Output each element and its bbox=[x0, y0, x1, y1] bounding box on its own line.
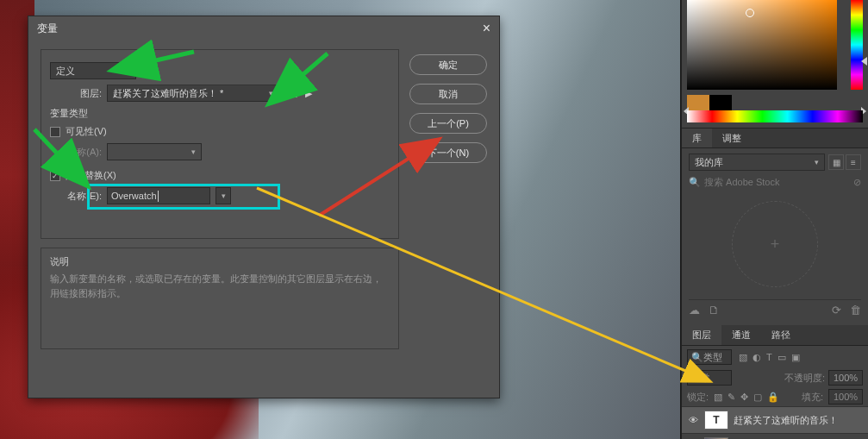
chevron-down-icon: ▾ bbox=[815, 158, 819, 166]
hue-slider[interactable] bbox=[851, 0, 863, 90]
lock-artboard-icon[interactable]: ▢ bbox=[753, 392, 762, 403]
cancel-button[interactable]: 取消 bbox=[409, 84, 487, 104]
grid-view-icon[interactable]: ▦ bbox=[828, 154, 844, 170]
next-layer-arrow[interactable]: ▶ bbox=[305, 88, 312, 99]
filter-type-icon[interactable]: T bbox=[766, 352, 772, 363]
lock-move-icon[interactable]: ✥ bbox=[740, 392, 748, 403]
nameA-select: ▾ bbox=[107, 143, 202, 160]
visibility-label: 可见性(V) bbox=[66, 125, 107, 138]
color-picker-panel bbox=[682, 0, 868, 128]
fill-value[interactable]: 100% bbox=[828, 389, 863, 405]
filter-shape-icon[interactable]: ▭ bbox=[777, 352, 786, 363]
desc-title: 说明 bbox=[50, 255, 390, 268]
layer-value: 赶紧关了这难听的音乐！ * bbox=[113, 87, 223, 100]
list-view-icon[interactable]: ≡ bbox=[846, 154, 861, 170]
layer-row-text[interactable]: 👁 T 赶紧关了这难听的音乐！ bbox=[682, 406, 868, 433]
desc-text: 输入新变量的名称，或选取已存在的变量。此变量控制的其它图层显示在右边，用链接图标… bbox=[50, 272, 390, 300]
ok-button[interactable]: 确定 bbox=[409, 54, 487, 75]
search-placeholder[interactable]: 搜索 Adobe Stock bbox=[704, 176, 850, 189]
chevron-down-icon: ▾ bbox=[126, 66, 130, 75]
chevron-down-icon: ▾ bbox=[191, 147, 196, 156]
layer-select[interactable]: 赶紧关了这难听的音乐！ * ▾ bbox=[107, 85, 279, 102]
filter-pixel-icon[interactable]: ▧ bbox=[739, 352, 747, 363]
dialog-title-text: 变量 bbox=[37, 22, 58, 36]
tab-adjustments[interactable]: 调整 bbox=[712, 129, 752, 147]
foreground-swatch[interactable] bbox=[687, 95, 709, 110]
nameE-label: 名称(E): bbox=[50, 190, 102, 203]
library-dropzone[interactable]: + bbox=[732, 201, 818, 287]
definition-select[interactable]: 定义 ▾ bbox=[50, 62, 136, 79]
lock-trans-icon[interactable]: ▧ bbox=[714, 392, 722, 403]
blend-mode-select[interactable]: 正常 bbox=[687, 370, 732, 386]
variables-dialog: 变量 × 定义 ▾ 图层: 赶紧关了这难听的音乐！ * ▾ bbox=[28, 16, 500, 398]
text-replace-checkbox[interactable] bbox=[50, 171, 60, 181]
right-panels: 库 调整 我的库 ▾ ▦ ≡ 🔍 搜索 Adobe Stock ⊘ + ☁ 🗋 … bbox=[681, 0, 868, 439]
tab-channels[interactable]: 通道 bbox=[721, 325, 761, 345]
nameE-value: Overwatch bbox=[111, 191, 157, 201]
cloud-icon[interactable]: ☁ bbox=[689, 304, 700, 317]
opacity-value[interactable]: 100% bbox=[828, 370, 863, 386]
nameA-label: 名称(A): bbox=[50, 146, 102, 159]
chevron-down-icon: ▾ bbox=[222, 191, 226, 200]
hue-slider-thumb[interactable] bbox=[861, 57, 867, 66]
visibility-checkbox[interactable] bbox=[50, 127, 60, 137]
color-cursor bbox=[746, 9, 754, 17]
tab-library[interactable]: 库 bbox=[682, 129, 712, 147]
chevron-down-icon: ▾ bbox=[269, 89, 273, 97]
prev-button[interactable]: 上一个(P) bbox=[409, 113, 487, 134]
tab-layers[interactable]: 图层 bbox=[682, 325, 721, 345]
tab-paths[interactable]: 路径 bbox=[761, 325, 801, 345]
add-icon[interactable]: 🗋 bbox=[709, 304, 720, 317]
trash-icon[interactable]: 🗑 bbox=[850, 304, 861, 317]
nameE-input[interactable]: Overwatch bbox=[107, 187, 210, 204]
variable-type-title: 变量类型 bbox=[50, 107, 390, 120]
library-name: 我的库 bbox=[695, 156, 723, 169]
filter-adjust-icon[interactable]: ◐ bbox=[752, 352, 761, 363]
nameE-dropdown[interactable]: ▾ bbox=[215, 187, 231, 204]
clear-icon[interactable]: ⊘ bbox=[853, 177, 861, 188]
sync-icon[interactable]: ⟳ bbox=[832, 304, 841, 317]
dialog-titlebar: 变量 × bbox=[28, 16, 499, 41]
layer-name: 赶紧关了这难听的音乐！ bbox=[734, 414, 838, 427]
type-layer-thumb: T bbox=[704, 411, 728, 430]
next-button[interactable]: 下一个(N) bbox=[409, 142, 487, 163]
filter-kind-select[interactable]: 🔍类型 bbox=[687, 349, 732, 365]
search-icon[interactable]: 🔍 bbox=[689, 177, 701, 188]
lock-paint-icon[interactable]: ✎ bbox=[727, 392, 735, 403]
prev-layer-arrow[interactable]: ◀ bbox=[290, 88, 297, 99]
text-replace-label: 文本替换(X) bbox=[66, 169, 116, 182]
layer-row-image[interactable]: 👁 Nerf Overwatch.00_00_2... bbox=[682, 433, 868, 439]
color-field[interactable] bbox=[687, 0, 837, 90]
filter-smart-icon[interactable]: ▣ bbox=[791, 352, 800, 363]
lock-all-icon[interactable]: 🔒 bbox=[767, 392, 779, 403]
lock-label: 锁定: bbox=[687, 391, 709, 404]
library-select[interactable]: 我的库 ▾ bbox=[689, 154, 825, 171]
spectrum-strip[interactable] bbox=[687, 110, 863, 122]
fill-label: 填充: bbox=[802, 391, 823, 404]
opacity-label: 不透明度: bbox=[784, 372, 825, 385]
layer-label: 图层: bbox=[50, 87, 102, 100]
definition-label: 定义 bbox=[56, 65, 75, 78]
background-swatch[interactable] bbox=[709, 95, 732, 110]
eye-icon[interactable]: 👁 bbox=[687, 415, 699, 425]
close-icon[interactable]: × bbox=[483, 21, 490, 36]
